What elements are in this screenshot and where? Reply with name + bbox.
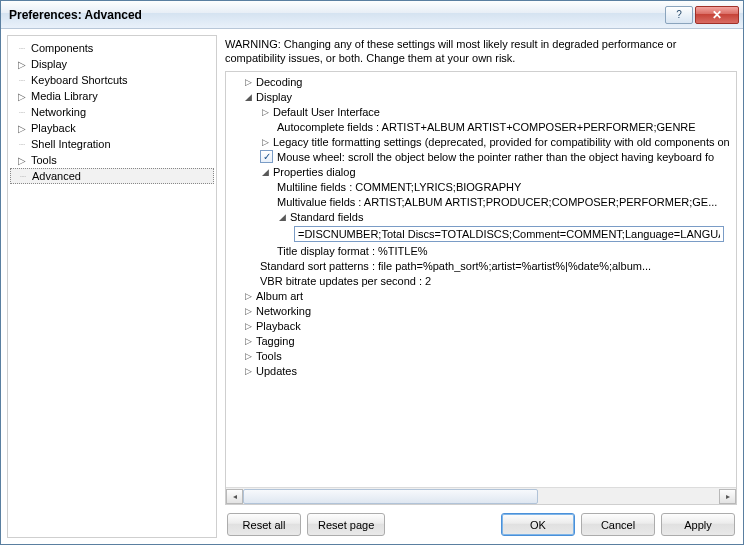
tree-item-tools[interactable]: ▷Tools bbox=[226, 348, 736, 363]
expand-icon[interactable]: ▷ bbox=[16, 155, 27, 166]
horizontal-scrollbar[interactable]: ◂ ▸ bbox=[226, 487, 736, 504]
collapse-icon[interactable]: ◢ bbox=[260, 166, 271, 177]
settings-tree-container: ▷Decoding ◢Display ▷Default User Interfa… bbox=[225, 71, 737, 505]
sidebar-item-label: Tools bbox=[31, 154, 57, 166]
tree-label: VBR bitrate updates per second : 2 bbox=[260, 275, 431, 287]
client-area: Components ▷Display Keyboard Shortcuts ▷… bbox=[1, 29, 743, 544]
standard-fields-input[interactable] bbox=[294, 226, 724, 242]
sidebar-item-components[interactable]: Components bbox=[10, 40, 214, 56]
expand-icon[interactable]: ▷ bbox=[243, 320, 254, 331]
expand-icon[interactable]: ▷ bbox=[16, 123, 27, 134]
expand-icon[interactable]: ▷ bbox=[16, 59, 27, 70]
tree-item-decoding[interactable]: ▷Decoding bbox=[226, 74, 736, 89]
cancel-button[interactable]: Cancel bbox=[581, 513, 655, 536]
tree-label: Updates bbox=[256, 365, 297, 377]
ok-button[interactable]: OK bbox=[501, 513, 575, 536]
tree-label: Standard fields bbox=[290, 211, 363, 223]
scroll-thumb[interactable] bbox=[243, 489, 538, 504]
sidebar-item-label: Keyboard Shortcuts bbox=[31, 74, 128, 86]
scroll-right-button[interactable]: ▸ bbox=[719, 489, 736, 504]
sidebar-item-keyboard[interactable]: Keyboard Shortcuts bbox=[10, 72, 214, 88]
sidebar-item-label: Playback bbox=[31, 122, 76, 134]
tree-label: Playback bbox=[256, 320, 301, 332]
sidebar-item-medialib[interactable]: ▷Media Library bbox=[10, 88, 214, 104]
window-title: Preferences: Advanced bbox=[9, 8, 665, 22]
tree-item-multivalue[interactable]: Multivalue fields : ARTIST;ALBUM ARTIST;… bbox=[226, 194, 736, 209]
tree-item-updates[interactable]: ▷Updates bbox=[226, 363, 736, 378]
tree-item-stdsort[interactable]: Standard sort patterns : file path=%path… bbox=[226, 258, 736, 273]
tree-label: Networking bbox=[256, 305, 311, 317]
preferences-window: Preferences: Advanced ? ✕ Components ▷Di… bbox=[0, 0, 744, 545]
tree-label: Tools bbox=[256, 350, 282, 362]
tree-label: Mouse wheel: scroll the object below the… bbox=[277, 151, 714, 163]
tree-item-legacy[interactable]: ▷Legacy title formatting settings (depre… bbox=[226, 134, 736, 149]
tree-label: Properties dialog bbox=[273, 166, 356, 178]
sidebar-item-shell[interactable]: Shell Integration bbox=[10, 136, 214, 152]
tree-label: Album art bbox=[256, 290, 303, 302]
expand-icon[interactable]: ▷ bbox=[260, 136, 271, 147]
tree-label: Legacy title formatting settings (deprec… bbox=[273, 136, 730, 148]
expand-icon[interactable]: ▷ bbox=[243, 76, 254, 87]
sidebar-item-display[interactable]: ▷Display bbox=[10, 56, 214, 72]
sidebar-item-playback[interactable]: ▷Playback bbox=[10, 120, 214, 136]
tree-item-autocomplete[interactable]: Autocomplete fields : ARTIST+ALBUM ARTIS… bbox=[226, 119, 736, 134]
expand-icon[interactable]: ▷ bbox=[243, 335, 254, 346]
tree-line-icon bbox=[16, 107, 27, 118]
apply-button[interactable]: Apply bbox=[661, 513, 735, 536]
sidebar-item-label: Display bbox=[31, 58, 67, 70]
sidebar-item-label: Networking bbox=[31, 106, 86, 118]
titlebar[interactable]: Preferences: Advanced ? ✕ bbox=[1, 1, 743, 29]
tree-line-icon bbox=[17, 171, 28, 182]
tree-item-multiline[interactable]: Multiline fields : COMMENT;LYRICS;BIOGRA… bbox=[226, 179, 736, 194]
sidebar-item-label: Shell Integration bbox=[31, 138, 111, 150]
sidebar-item-label: Media Library bbox=[31, 90, 98, 102]
expand-icon[interactable]: ▷ bbox=[243, 350, 254, 361]
window-controls: ? ✕ bbox=[665, 6, 739, 24]
checkbox-checked-icon[interactable]: ✓ bbox=[260, 150, 273, 163]
close-button[interactable]: ✕ bbox=[695, 6, 739, 24]
sidebar-item-advanced[interactable]: Advanced bbox=[10, 168, 214, 184]
warning-text: WARNING: Changing any of these settings … bbox=[225, 35, 737, 71]
tree-item-vbr[interactable]: VBR bitrate updates per second : 2 bbox=[226, 273, 736, 288]
tree-line-icon bbox=[16, 75, 27, 86]
tree-line-icon bbox=[16, 43, 27, 54]
tree-item-playback[interactable]: ▷Playback bbox=[226, 318, 736, 333]
tree-item-display[interactable]: ◢Display bbox=[226, 89, 736, 104]
tree-item-stdfields-edit[interactable] bbox=[226, 224, 736, 243]
expand-icon[interactable]: ▷ bbox=[260, 106, 271, 117]
sidebar-item-networking[interactable]: Networking bbox=[10, 104, 214, 120]
tree-label: Multiline fields : COMMENT;LYRICS;BIOGRA… bbox=[277, 181, 521, 193]
expand-icon[interactable]: ▷ bbox=[16, 91, 27, 102]
scroll-left-button[interactable]: ◂ bbox=[226, 489, 243, 504]
category-sidebar[interactable]: Components ▷Display Keyboard Shortcuts ▷… bbox=[7, 35, 217, 538]
settings-tree[interactable]: ▷Decoding ◢Display ▷Default User Interfa… bbox=[226, 72, 736, 487]
expand-icon[interactable]: ▷ bbox=[243, 290, 254, 301]
tree-label: Title display format : %TITLE% bbox=[277, 245, 428, 257]
tree-item-stdfields[interactable]: ◢Standard fields bbox=[226, 209, 736, 224]
tree-item-dui[interactable]: ▷Default User Interface bbox=[226, 104, 736, 119]
reset-page-button[interactable]: Reset page bbox=[307, 513, 385, 536]
expand-icon[interactable]: ▷ bbox=[243, 365, 254, 376]
sidebar-item-label: Components bbox=[31, 42, 93, 54]
button-bar: Reset all Reset page OK Cancel Apply bbox=[225, 505, 737, 538]
tree-label: Multivalue fields : ARTIST;ALBUM ARTIST;… bbox=[277, 196, 717, 208]
tree-label: Standard sort patterns : file path=%path… bbox=[260, 260, 651, 272]
scroll-track[interactable] bbox=[243, 489, 719, 504]
tree-item-tagging[interactable]: ▷Tagging bbox=[226, 333, 736, 348]
main-panel: WARNING: Changing any of these settings … bbox=[225, 35, 737, 538]
tree-item-networking[interactable]: ▷Networking bbox=[226, 303, 736, 318]
collapse-icon[interactable]: ◢ bbox=[277, 211, 288, 222]
collapse-icon[interactable]: ◢ bbox=[243, 91, 254, 102]
tree-item-albumart[interactable]: ▷Album art bbox=[226, 288, 736, 303]
help-button[interactable]: ? bbox=[665, 6, 693, 24]
reset-all-button[interactable]: Reset all bbox=[227, 513, 301, 536]
tree-item-propdlg[interactable]: ◢Properties dialog bbox=[226, 164, 736, 179]
close-icon: ✕ bbox=[712, 8, 722, 22]
tree-label: Default User Interface bbox=[273, 106, 380, 118]
tree-item-mousewheel[interactable]: ✓Mouse wheel: scroll the object below th… bbox=[226, 149, 736, 164]
expand-icon[interactable]: ▷ bbox=[243, 305, 254, 316]
tree-item-titledisp[interactable]: Title display format : %TITLE% bbox=[226, 243, 736, 258]
tree-label: Tagging bbox=[256, 335, 295, 347]
sidebar-item-tools[interactable]: ▷Tools bbox=[10, 152, 214, 168]
tree-label: Decoding bbox=[256, 76, 302, 88]
